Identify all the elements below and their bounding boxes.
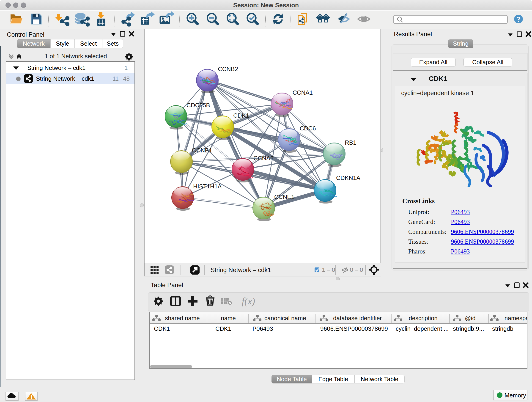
svg-text:namespace: namespace: [505, 315, 527, 322]
svg-text:?: ?: [516, 15, 521, 23]
svg-text:RB1: RB1: [345, 139, 356, 146]
svg-text:CDC25B: CDC25B: [186, 102, 210, 109]
svg-text:cyclin–dependent ...: cyclin–dependent ...: [396, 325, 449, 332]
svg-text:9606.ENSP00000378699: 9606.ENSP00000378699: [320, 325, 388, 332]
svg-text:CCNE1: CCNE1: [274, 193, 294, 200]
svg-text:@id: @id: [465, 315, 476, 322]
svg-text:CCNB2: CCNB2: [218, 65, 238, 72]
svg-text:CDC6: CDC6: [300, 125, 316, 132]
svg-text:description: description: [409, 315, 438, 322]
svg-text:stringdb: stringdb: [492, 325, 513, 332]
svg-text:canonical name: canonical name: [264, 315, 306, 322]
svg-text:CDK1: CDK1: [154, 325, 170, 332]
svg-text:CDKN1A: CDKN1A: [336, 174, 360, 181]
svg-text:name: name: [221, 315, 236, 322]
svg-text:CCNB1: CCNB1: [192, 147, 212, 154]
svg-text:f(x): f(x): [242, 296, 255, 307]
svg-text:stringdb:9...: stringdb:9...: [453, 325, 484, 332]
svg-text:1 – 0: 1 – 0: [322, 266, 335, 273]
svg-text:database identifier: database identifier: [333, 315, 382, 322]
svg-text:CDK1: CDK1: [233, 112, 249, 119]
svg-text:CCNA2: CCNA2: [253, 155, 273, 162]
svg-text:HIST1H1A: HIST1H1A: [193, 183, 222, 190]
svg-text:String Network – cdk1: String Network – cdk1: [210, 267, 271, 274]
svg-text:CCNA1: CCNA1: [293, 89, 313, 96]
svg-text:CDK1: CDK1: [215, 325, 231, 332]
svg-text:shared name: shared name: [165, 315, 200, 322]
svg-text:P06493: P06493: [253, 325, 273, 332]
svg-text:0 – 0: 0 – 0: [350, 266, 363, 273]
